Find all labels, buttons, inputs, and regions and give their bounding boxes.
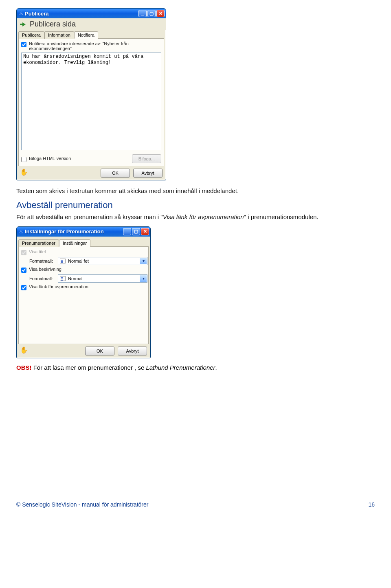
settings-dialog: Inställningar för Prenumeration _ ▢ ✕ Pr… xyxy=(16,226,151,358)
obs-em: Lathund Prenumerationer xyxy=(146,364,215,371)
format1-label: Formatmall: xyxy=(29,259,55,263)
tab-installningar[interactable]: Inställningar xyxy=(59,239,90,247)
window-buttons: _ ▢ ✕ xyxy=(138,10,165,17)
obs-pre: För att läsa mer om prenumerationer , se xyxy=(32,364,146,371)
ok-button[interactable]: OK xyxy=(85,347,114,355)
settings-titlebar[interactable]: Inställningar för Prenumeration _ ▢ ✕ xyxy=(17,227,150,237)
close-button[interactable]: ✕ xyxy=(141,228,149,235)
tab-information[interactable]: Information xyxy=(44,31,74,39)
tab-publicera[interactable]: Publicera xyxy=(18,31,44,39)
tab-notifiera[interactable]: Notifiera xyxy=(74,31,98,39)
body-paragraph-2: För att avbeställa en prenumeration så k… xyxy=(16,213,375,221)
dialog-button-row: OK Avbryt xyxy=(17,166,166,180)
message-textarea[interactable] xyxy=(21,53,161,150)
attach-html-label: Bifoga HTML-version xyxy=(29,156,71,161)
cancel-button[interactable]: Avbryt xyxy=(133,169,163,178)
p2-pre: För att avbeställa en prenumeration så k… xyxy=(16,213,163,220)
obs-paragraph: OBS! För att läsa mer om prenumerationer… xyxy=(16,364,375,371)
footer-copyright: © Senselogic SiteVision - manual för adm… xyxy=(16,501,148,508)
show-unsub-label: Visa länk för avprenumeration xyxy=(29,284,88,289)
java-icon xyxy=(19,229,25,235)
p2-post: " i prenumerationsmodulen. xyxy=(244,213,319,220)
sitevision-hand-icon xyxy=(20,347,29,355)
dialog-subheader: Publicera sida xyxy=(17,18,166,30)
settings-button-row: OK Avbryt xyxy=(17,344,150,358)
page-footer: © Senselogic SiteVision - manual för adm… xyxy=(0,501,391,516)
footer-page-number: 16 xyxy=(368,501,375,508)
notify-checkbox[interactable] xyxy=(21,42,26,47)
show-unsub-checkbox[interactable] xyxy=(21,285,26,290)
text-format-icon xyxy=(60,276,66,281)
p2-em: Visa länk för avprenumeration xyxy=(163,213,244,220)
attach-button: Bifoga... xyxy=(132,154,161,163)
java-icon xyxy=(19,11,25,16)
ok-button[interactable]: OK xyxy=(101,169,130,178)
format1-row: Formatmall: Normal fet ▾ xyxy=(29,257,146,265)
maximize-button[interactable]: ▢ xyxy=(147,10,156,17)
minimize-button[interactable]: _ xyxy=(123,228,131,235)
obs-post: . xyxy=(215,364,217,371)
format1-value: Normal fet xyxy=(68,259,89,263)
obs-label: OBS! xyxy=(16,364,32,371)
show-title-label: Visa titel xyxy=(29,249,46,254)
show-desc-checkbox[interactable] xyxy=(21,268,26,273)
chevron-down-icon[interactable]: ▾ xyxy=(140,275,147,282)
sitevision-hand-icon xyxy=(20,169,29,177)
dialog-subtitle: Publicera sida xyxy=(30,20,76,29)
format2-value: Normal xyxy=(68,276,82,281)
text-format-icon xyxy=(60,259,66,263)
maximize-button[interactable]: ▢ xyxy=(132,228,140,235)
window-buttons: _ ▢ ✕ xyxy=(123,228,149,235)
format2-combobox[interactable]: Normal ▾ xyxy=(58,274,147,283)
show-title-row: Visa titel xyxy=(21,249,146,255)
minimize-button[interactable]: _ xyxy=(138,10,147,17)
section-heading: Avbeställ prenumeration xyxy=(16,200,375,211)
chevron-down-icon[interactable]: ▾ xyxy=(140,258,147,264)
format2-label: Formatmall: xyxy=(29,276,55,281)
attach-html-row[interactable]: Bifoga HTML-version xyxy=(21,156,71,162)
close-button[interactable]: ✕ xyxy=(156,10,165,17)
show-title-checkbox xyxy=(21,250,26,255)
settings-title: Inställningar för Prenumeration xyxy=(25,228,123,235)
show-desc-label: Visa beskrivning xyxy=(29,267,62,272)
page-content: Publicera _ ▢ ✕ Publicera sida Publicera… xyxy=(0,0,391,379)
dialog-title: Publicera xyxy=(25,11,138,17)
attach-html-checkbox[interactable] xyxy=(21,157,26,162)
publish-dialog: Publicera _ ▢ ✕ Publicera sida Publicera… xyxy=(16,8,166,180)
format1-combobox[interactable]: Normal fet ▾ xyxy=(58,257,147,265)
notify-checkbox-label: Notifiera användare intresserade av: "Ny… xyxy=(29,41,161,51)
body-paragraph-1: Texten som skrivs i textrutan kommer att… xyxy=(16,187,375,195)
cancel-button[interactable]: Avbryt xyxy=(118,347,147,355)
tab-prenumerationer[interactable]: Prenumerationer xyxy=(18,239,59,247)
publish-arrow-icon xyxy=(20,21,27,28)
format2-row: Formatmall: Normal ▾ xyxy=(29,274,146,283)
notify-checkbox-row[interactable]: Notifiera användare intresserade av: "Ny… xyxy=(21,41,161,51)
show-unsub-row[interactable]: Visa länk för avprenumeration xyxy=(21,284,146,290)
dialog-tabs: Publicera Information Notifiera xyxy=(17,31,166,38)
tab-pane: Notifiera användare intresserade av: "Ny… xyxy=(18,38,164,166)
settings-tabs: Prenumerationer Inställningar xyxy=(17,237,150,246)
show-desc-row[interactable]: Visa beskrivning xyxy=(21,267,146,273)
settings-pane: Visa titel Formatmall: Normal fet ▾ Visa… xyxy=(18,246,149,344)
dialog-titlebar[interactable]: Publicera _ ▢ ✕ xyxy=(17,9,166,18)
